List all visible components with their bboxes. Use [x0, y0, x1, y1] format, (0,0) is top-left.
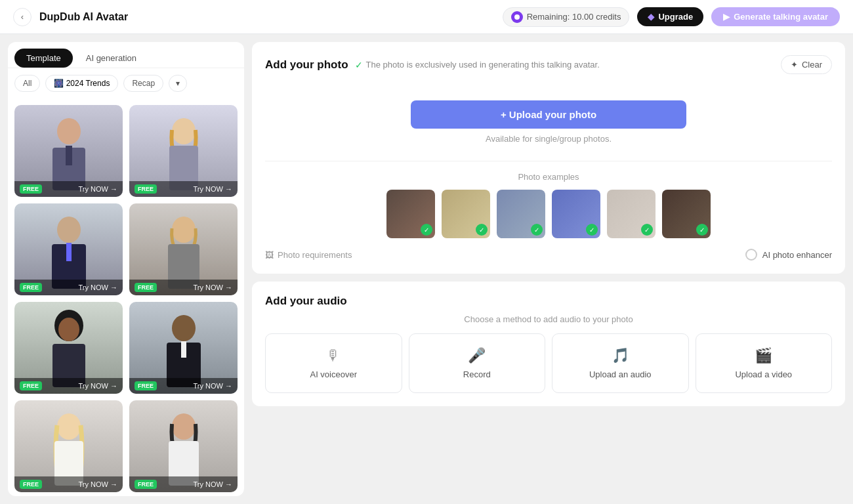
photo-title-group: Add your photo ✓ The photo is exclusivel… — [265, 58, 600, 72]
audio-method-upload-video[interactable]: 🎬 Upload a video — [696, 333, 833, 393]
template-card[interactable]: FREE Try NOW → — [129, 105, 238, 197]
svg-point-14 — [172, 315, 196, 341]
upgrade-button[interactable]: ◆ Upgrade — [637, 7, 703, 26]
svg-rect-8 — [66, 243, 72, 261]
free-badge: FREE — [135, 381, 157, 390]
upload-area: + Upload your photo Available for single… — [265, 87, 832, 150]
ai-enhancer-toggle[interactable] — [745, 249, 757, 261]
template-overlay: FREE Try NOW → — [129, 280, 238, 295]
audio-choose-hint: Choose a method to add audio to your pho… — [265, 314, 832, 324]
template-card[interactable]: FREE Try NOW → — [14, 400, 123, 492]
free-badge: FREE — [135, 283, 157, 292]
template-card[interactable]: FREE Try NOW → — [129, 203, 238, 295]
free-badge: FREE — [20, 283, 42, 292]
clear-icon: ✦ — [791, 60, 798, 70]
template-card[interactable]: FREE Try NOW → — [129, 302, 238, 394]
sidebar: Template AI generation All 🎆 2024 Trends… — [8, 42, 244, 496]
template-overlay: FREE Try NOW → — [129, 378, 238, 394]
svg-point-4 — [172, 118, 196, 144]
clear-button[interactable]: ✦ Clear — [781, 55, 832, 74]
check-icon: ✓ — [586, 224, 598, 236]
svg-rect-16 — [181, 341, 186, 358]
free-badge: FREE — [20, 184, 42, 194]
photo-req-icon: 🖼 — [265, 250, 274, 260]
filter-recap[interactable]: Recap — [123, 75, 163, 92]
try-now-label: Try NOW → — [194, 185, 232, 193]
clear-label: Clear — [802, 60, 822, 70]
try-now-label: Try NOW → — [79, 480, 117, 488]
photo-example: ✓ — [497, 190, 545, 238]
back-button[interactable]: ‹ — [13, 8, 31, 26]
template-card[interactable]: FREE Try NOW → — [14, 203, 123, 295]
record-icon: 🎤 — [468, 347, 486, 364]
template-card[interactable]: FREE Try NOW → — [14, 302, 123, 394]
svg-point-12 — [58, 318, 79, 341]
audio-method-voiceover[interactable]: 🎙 AI voiceover — [265, 333, 402, 393]
template-overlay: FREE Try NOW → — [14, 181, 123, 197]
diamond-icon: ◆ — [648, 12, 654, 22]
filter-all[interactable]: All — [14, 75, 40, 92]
upload-audio-label: Upload an audio — [589, 369, 652, 379]
photo-example: ✓ — [442, 190, 490, 238]
filter-more-dropdown[interactable]: ▾ — [169, 75, 187, 92]
photo-example: ✓ — [386, 190, 435, 238]
free-badge: FREE — [135, 184, 157, 194]
main-layout: Template AI generation All 🎆 2024 Trends… — [0, 34, 853, 504]
template-overlay: FREE Try NOW → — [129, 476, 238, 492]
svg-point-1 — [57, 118, 81, 144]
voiceover-label: AI voiceover — [310, 369, 357, 379]
upload-video-label: Upload a video — [735, 369, 792, 379]
audio-methods: 🎙 AI voiceover 🎤 Record 🎵 Upload an audi… — [265, 333, 832, 393]
template-overlay: FREE Try NOW → — [14, 476, 123, 492]
photo-example: ✓ — [607, 190, 655, 238]
audio-section-title: Add your audio — [265, 295, 832, 308]
header-right: Remaining: 10.00 credits ◆ Upgrade ▶ Gen… — [503, 7, 840, 27]
tab-template[interactable]: Template — [14, 49, 73, 68]
audio-method-upload-audio[interactable]: 🎵 Upload an audio — [552, 333, 689, 393]
free-badge: FREE — [20, 381, 42, 390]
try-now-label: Try NOW → — [79, 284, 117, 291]
check-icon: ✓ — [421, 224, 432, 236]
template-overlay: FREE Try NOW → — [14, 280, 123, 295]
photo-requirements[interactable]: 🖼 Photo requirements — [265, 250, 352, 260]
shield-icon: ✓ — [355, 60, 363, 70]
tab-ai-generation[interactable]: AI generation — [74, 49, 148, 68]
check-icon: ✓ — [696, 224, 708, 236]
free-badge: FREE — [20, 480, 42, 489]
svg-point-19 — [172, 413, 196, 440]
credits-badge: Remaining: 10.00 credits — [503, 7, 630, 27]
svg-point-6 — [57, 217, 81, 243]
upgrade-label: Upgrade — [658, 12, 693, 22]
photo-example: ✓ — [662, 190, 711, 238]
try-now-label: Try NOW → — [194, 382, 232, 390]
free-badge: FREE — [135, 480, 157, 489]
photo-section-header: Add your photo ✓ The photo is exclusivel… — [265, 55, 832, 74]
upload-hint: Available for single/group photos. — [486, 134, 612, 144]
credits-text: Remaining: 10.00 credits — [527, 12, 621, 22]
filter-trends[interactable]: 🎆 2024 Trends — [45, 75, 118, 92]
generate-label: Generate talking avatar — [734, 12, 828, 22]
template-overlay: FREE Try NOW → — [14, 378, 123, 394]
template-card[interactable]: FREE Try NOW → — [14, 105, 123, 197]
photo-examples-label: Photo examples — [265, 172, 832, 182]
header: ‹ DupDub AI Avatar Remaining: 10.00 cred… — [0, 0, 853, 34]
filter-row: All 🎆 2024 Trends Recap ▾ — [8, 68, 244, 98]
ai-enhancer-label: AI photo enhancer — [762, 250, 832, 260]
upload-photo-button[interactable]: + Upload your photo — [411, 100, 686, 129]
photo-section-title: Add your photo — [265, 58, 348, 72]
sidebar-tabs: Template AI generation — [8, 42, 244, 68]
generate-button[interactable]: ▶ Generate talking avatar — [711, 7, 840, 26]
generate-icon: ▶ — [723, 12, 730, 22]
audio-section: Add your audio Choose a method to add au… — [252, 282, 845, 406]
template-card[interactable]: FREE Try NOW → — [129, 400, 238, 492]
check-icon: ✓ — [476, 224, 488, 236]
check-icon: ✓ — [531, 224, 543, 236]
audio-method-record[interactable]: 🎤 Record — [409, 333, 546, 393]
svg-point-0 — [514, 14, 520, 20]
photo-example: ✓ — [552, 190, 600, 238]
photo-privacy-text: ✓ The photo is exclusively used in gener… — [355, 60, 600, 70]
voiceover-icon: 🎙 — [326, 347, 341, 364]
svg-point-9 — [172, 217, 196, 243]
photo-req-label: Photo requirements — [278, 250, 352, 260]
check-icon: ✓ — [641, 224, 653, 236]
